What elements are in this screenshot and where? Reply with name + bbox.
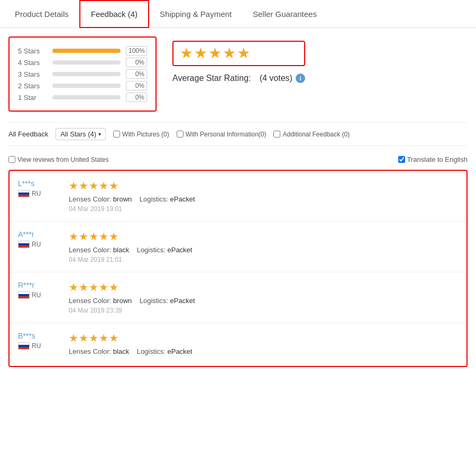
star-label: 4 Stars	[18, 59, 47, 67]
review-meta: Lenses Color: brown Logistics: ePacket	[69, 297, 458, 305]
avg-label-text: Average Star Rating:	[172, 74, 251, 83]
star-bar-container	[52, 49, 121, 53]
reviewer-country: RU	[18, 342, 60, 350]
review-star-icon: ★	[79, 179, 88, 192]
view-reviews-us-checkbox[interactable]	[8, 156, 15, 163]
review-star-icon: ★	[69, 230, 78, 243]
star-pct: 0%	[126, 93, 147, 102]
review-date: 04 Mar 2019 21:01	[69, 256, 458, 263]
review-star-icon: ★	[99, 332, 108, 344]
reviews-list: L***s RU ★★★★★ Lenses Color: brown Logis…	[8, 170, 468, 367]
stars-dropdown-label: All Stars (4)	[60, 130, 96, 138]
review-star-icon: ★	[89, 179, 98, 192]
tab-product-details[interactable]: Product Details	[4, 0, 79, 28]
with-pictures-label: With Pictures (0)	[122, 131, 169, 138]
with-personal-info-filter[interactable]: With Personal Information(0)	[177, 131, 267, 138]
reviewer-info: B***s RU	[18, 332, 60, 358]
star-label: 1 Star	[18, 94, 47, 102]
translate-label: Translate to English	[407, 155, 468, 163]
star-bar-container	[52, 60, 121, 65]
content-area: 5 Stars 100% 4 Stars 0% 3 Stars 0% 2 Sta…	[0, 28, 476, 376]
stars-dropdown[interactable]: All Stars (4) ▾	[56, 128, 106, 140]
country-code: RU	[32, 241, 41, 248]
star-row: 1 Star 0%	[18, 93, 147, 102]
filter-bar: All Feedback All Stars (4) ▾ With Pictur…	[8, 122, 468, 146]
avg-stars-box: ★★★★★	[172, 41, 305, 66]
review-date: 04 Mar 2019 19:01	[69, 205, 458, 213]
reviewer-info: A***r RU	[18, 230, 60, 263]
country-code: RU	[32, 291, 41, 299]
with-pictures-filter[interactable]: With Pictures (0)	[113, 131, 169, 138]
country-code: RU	[32, 342, 41, 350]
star-label: 5 Stars	[18, 47, 47, 55]
star-bar-container	[52, 95, 121, 99]
star-bar-container	[52, 72, 121, 76]
reviewer-name[interactable]: B***s	[18, 332, 60, 340]
reviewer-country: RU	[18, 190, 60, 197]
review-star-icon: ★	[109, 281, 118, 294]
review-star-icon: ★	[99, 230, 108, 243]
lenses-color-value: black	[113, 246, 129, 254]
view-reviews-us-filter[interactable]: View reviews from United States	[8, 156, 109, 163]
reviewer-name[interactable]: L***s	[18, 179, 60, 188]
reviewer-country: RU	[18, 291, 60, 299]
review-star-icon: ★	[89, 230, 98, 243]
tab-feedback[interactable]: Feedback (4)	[79, 0, 149, 28]
avg-star-icon: ★	[180, 46, 193, 61]
star-row: 4 Stars 0%	[18, 58, 147, 67]
review-meta: Lenses Color: black Logistics: ePacket	[69, 246, 458, 254]
review-star-icon: ★	[109, 230, 118, 243]
review-meta: Lenses Color: brown Logistics: ePacket	[69, 195, 458, 203]
lenses-color-value: brown	[113, 297, 132, 305]
tab-seller[interactable]: Seller Guarantees	[242, 0, 327, 28]
review-star-icon: ★	[79, 230, 88, 243]
reviewer-name[interactable]: A***r	[18, 230, 60, 239]
logistics-label: Logistics:	[137, 347, 166, 355]
lenses-color-value: black	[113, 347, 129, 355]
avg-star-icon: ★	[223, 46, 236, 61]
review-star-icon: ★	[99, 179, 108, 192]
with-personal-info-checkbox[interactable]	[177, 131, 184, 138]
review-item: B***s RU ★★★★★ Lenses Color: black Logis…	[10, 323, 466, 366]
flag-icon	[18, 241, 30, 248]
average-rating: ★★★★★ Average Star Rating: (4 votes) i	[172, 36, 305, 112]
review-item: A***r RU ★★★★★ Lenses Color: black Logis…	[10, 222, 466, 272]
additional-feedback-filter[interactable]: Additional Feedback (0)	[273, 131, 350, 138]
additional-feedback-checkbox[interactable]	[273, 131, 280, 138]
reviewer-name[interactable]: R***r	[18, 281, 60, 289]
stars-breakdown: 5 Stars 100% 4 Stars 0% 3 Stars 0% 2 Sta…	[8, 36, 157, 112]
translate-to-english-filter[interactable]: Translate to English	[398, 155, 468, 163]
review-meta: Lenses Color: black Logistics: ePacket	[69, 347, 458, 355]
lenses-color-label: Lenses Color:	[69, 297, 111, 305]
logistics-value: ePacket	[170, 297, 195, 305]
view-reviews-left: View reviews from United States	[8, 156, 109, 163]
review-star-icon: ★	[99, 281, 108, 294]
tabs-bar: Product DetailsFeedback (4)Shipping & Pa…	[0, 0, 476, 28]
info-icon[interactable]: i	[296, 74, 305, 83]
lenses-color-label: Lenses Color:	[69, 195, 111, 203]
review-item: L***s RU ★★★★★ Lenses Color: brown Logis…	[10, 171, 466, 222]
avg-star-icon: ★	[208, 46, 222, 61]
flag-icon	[18, 342, 30, 350]
lenses-color-label: Lenses Color:	[69, 347, 111, 355]
chevron-down-icon: ▾	[98, 131, 101, 137]
rating-section: 5 Stars 100% 4 Stars 0% 3 Stars 0% 2 Sta…	[8, 36, 468, 112]
review-details: ★★★★★ Lenses Color: black Logistics: ePa…	[69, 230, 458, 263]
translate-checkbox[interactable]	[398, 156, 405, 163]
tab-shipping[interactable]: Shipping & Payment	[149, 0, 242, 28]
logistics-label: Logistics:	[140, 297, 168, 305]
review-star-icon: ★	[89, 281, 98, 294]
review-star-icon: ★	[109, 179, 118, 192]
review-star-icon: ★	[69, 332, 78, 344]
review-date: 04 Mar 2019 23:39	[69, 307, 458, 314]
star-pct: 100%	[126, 46, 147, 56]
star-label: 2 Stars	[18, 82, 47, 90]
review-star-icon: ★	[69, 179, 78, 192]
review-details: ★★★★★ Lenses Color: black Logistics: ePa…	[69, 332, 458, 358]
logistics-value: ePacket	[167, 246, 192, 254]
logistics-label: Logistics:	[137, 246, 166, 254]
with-pictures-checkbox[interactable]	[113, 131, 120, 138]
avg-star-icon: ★	[237, 46, 250, 61]
view-reviews-us-label: View reviews from United States	[17, 156, 109, 163]
review-star-icon: ★	[79, 332, 88, 344]
